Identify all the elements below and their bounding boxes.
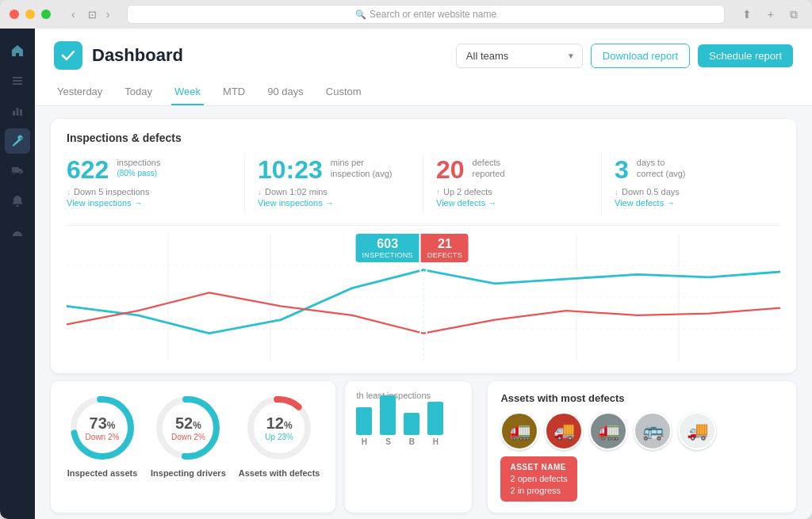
asset-avatar-1[interactable]: 🚛	[500, 412, 538, 450]
least-bar-s	[380, 395, 396, 435]
stat-defects: 20 defects reported ↑ Up 2 defects View	[423, 154, 602, 214]
stat-sub-mins: ↓ Down 1:02 mins	[258, 187, 410, 197]
view-inspections-link-1[interactable]: View inspections →	[67, 198, 232, 208]
asset-avatar-4[interactable]: 🚌	[634, 412, 672, 450]
tab-mtd[interactable]: MTD	[220, 79, 248, 105]
asset-avatars: 🚛 🚚 🚛 🚌 🚚	[500, 412, 783, 450]
least-inspections-card: th least inspections H S	[345, 381, 472, 513]
view-defects-link-2[interactable]: View defects →	[615, 198, 768, 208]
header-controls: All teams ▼ Download report Schedule rep…	[456, 44, 793, 68]
sidebar	[0, 29, 35, 519]
least-bar-h1	[356, 407, 372, 435]
asset-avatar-5[interactable]: 🚚	[678, 412, 716, 450]
tab-yesterday[interactable]: Yesterday	[54, 79, 105, 105]
download-report-button[interactable]: Download report	[591, 44, 690, 68]
main-content: Dashboard All teams ▼ Download report Sc…	[35, 29, 812, 519]
asset-avatar-2[interactable]: 🚚	[545, 412, 583, 450]
donut-wrapper-2: 52% Down 2%	[152, 392, 224, 464]
browser-titlebar: ‹ ⊡ › 🔍 Search or enter website name ⬆ +…	[0, 0, 812, 29]
tab-week[interactable]: Week	[171, 79, 204, 105]
stat-number-wrap-4: 3 days to correct (avg)	[615, 157, 768, 182]
minimize-button[interactable]	[25, 10, 35, 19]
stat-number-wrap-3: 20 defects reported	[436, 157, 588, 182]
header: Dashboard All teams ▼ Download report Sc…	[35, 29, 812, 106]
donut-inspected-assets: 73% Down 2% Inspected assets	[67, 392, 138, 502]
view-inspections-link-2[interactable]: View inspections →	[258, 198, 410, 208]
donut-number-3: 12	[266, 414, 284, 432]
svg-rect-5	[20, 109, 22, 116]
chart-container: 603 INSPECTIONS 21 DEFECTS	[67, 234, 780, 361]
stat-label-days: days to correct (avg)	[637, 157, 686, 180]
donut-wrapper-1: 73% Down 2%	[67, 392, 138, 464]
stat-sub-defects: ↑ Up 2 defects	[436, 187, 588, 197]
least-bars: H S B H	[356, 406, 461, 446]
inspections-badge: 603 INSPECTIONS	[356, 234, 419, 262]
teams-select-wrapper: All teams ▼	[456, 44, 583, 68]
tab-90days[interactable]: 90 days	[264, 79, 307, 105]
asset-badge-line-1: 2 open defects	[510, 474, 567, 483]
donut-sub-1: Down 2%	[86, 433, 120, 441]
arrow-down-icon-2: ↓	[258, 188, 262, 197]
sidebar-item-list[interactable]	[5, 68, 30, 93]
section-title: Inspections & defects	[67, 132, 780, 144]
donut-inspecting-drivers: 52% Down 2% Inspecting drivers	[151, 392, 226, 502]
svg-point-6	[15, 227, 20, 231]
sidebar-item-wrench[interactable]	[5, 128, 30, 154]
least-bar-h2	[427, 402, 443, 435]
back-button[interactable]: ‹	[67, 6, 80, 22]
stats-grid: 622 inspections (80% pass) ↓ Down 5 insp…	[67, 154, 780, 226]
forward-button[interactable]: ›	[102, 6, 115, 22]
header-top: Dashboard All teams ▼ Download report Sc…	[54, 41, 793, 70]
sidebar-item-bell[interactable]	[5, 189, 30, 214]
svg-rect-3	[13, 111, 15, 116]
share-button[interactable]: ⬆	[737, 6, 756, 23]
view-defects-link-1[interactable]: View defects →	[436, 198, 588, 208]
sidebar-item-truck[interactable]	[5, 158, 30, 184]
maximize-button[interactable]	[41, 10, 51, 19]
sidebar-item-home[interactable]	[5, 38, 30, 63]
donut-cards-group: 73% Down 2% Inspected assets	[51, 381, 335, 513]
asset-badge-line-2: 2 in progress	[510, 486, 567, 495]
least-bar-label-b: B	[409, 437, 415, 446]
asset-avatar-3[interactable]: 🚛	[589, 412, 627, 450]
sidebar-toggle[interactable]: ⊡	[88, 6, 97, 22]
address-bar[interactable]: 🔍 Search or enter website name	[127, 5, 724, 24]
least-bar-label-h1: H	[362, 437, 367, 446]
tabs-button[interactable]: ⧉	[785, 6, 802, 23]
browser-nav: ‹ ⊡ ›	[67, 6, 114, 22]
defects-badge: 21 DEFECTS	[421, 234, 469, 262]
new-tab-button[interactable]: +	[763, 6, 779, 23]
stat-number-inspections: 622	[67, 157, 109, 182]
schedule-report-button[interactable]: Schedule report	[698, 44, 793, 67]
chart-badges: 603 INSPECTIONS 21 DEFECTS	[356, 234, 469, 262]
inspections-defects-card: Inspections & defects 622 inspections (8…	[51, 119, 796, 373]
assets-most-defects-card: Assets with most defects 🚛 🚚 🚛 🚌 🚚 ASSET…	[488, 381, 796, 513]
least-bar-item-h2: H	[427, 402, 443, 446]
donut-wrapper-3: 12% Up 23%	[243, 392, 315, 464]
donut-label-3: Assets with defects	[239, 468, 320, 478]
tabs-bar: Yesterday Today Week MTD 90 days Custom	[54, 79, 793, 105]
app-logo	[54, 41, 82, 70]
donut-number-1: 73	[90, 414, 107, 432]
donut-assets-with-defects: 12% Up 23% Assets with defects	[239, 392, 320, 502]
tab-today[interactable]: Today	[121, 79, 155, 105]
least-bar-b	[404, 413, 419, 435]
stat-number-wrap-1: 622 inspections (80% pass)	[67, 157, 232, 182]
sidebar-item-user[interactable]	[5, 219, 30, 244]
donut-sub-3: Up 23%	[265, 433, 293, 441]
arrow-down-icon-4: ↓	[615, 188, 619, 197]
sidebar-item-chart[interactable]	[5, 98, 30, 124]
teams-select[interactable]: All teams	[456, 44, 583, 68]
bottom-cards-row: 73% Down 2% Inspected assets	[51, 381, 796, 513]
tab-custom[interactable]: Custom	[323, 79, 365, 105]
stat-label-mins: mins per inspection (avg)	[331, 157, 393, 180]
arrow-down-icon-1: ↓	[67, 188, 71, 197]
svg-rect-2	[13, 83, 22, 85]
close-button[interactable]	[10, 10, 19, 19]
stat-number-defects: 20	[436, 157, 465, 182]
least-bar-item-b: B	[404, 413, 419, 446]
least-title: th least inspections	[356, 391, 461, 400]
asset-badge-name: ASSET NAME	[510, 463, 567, 471]
page-title: Dashboard	[92, 45, 183, 66]
stat-sub-inspections: ↓ Down 5 inspections	[67, 187, 232, 197]
